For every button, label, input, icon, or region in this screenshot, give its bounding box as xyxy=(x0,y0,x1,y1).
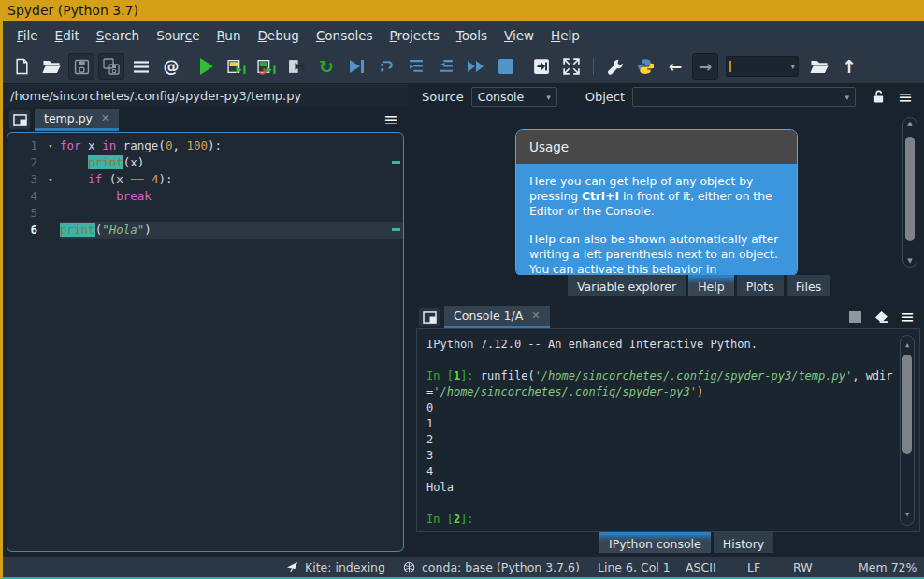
fullscreen-button[interactable] xyxy=(558,53,585,80)
line-number: 4 xyxy=(7,188,41,205)
scrollbar-thumb[interactable] xyxy=(905,137,915,241)
code-text: if (x == 4): xyxy=(60,171,403,188)
menu-item-run[interactable]: Run xyxy=(217,28,241,43)
help-pane-tabs: Variable explorerHelpPlotsFiles xyxy=(412,275,924,300)
usage-title: Usage xyxy=(516,130,797,164)
spyder-window: Spyder (Python 3.7) FileEditSearchSource… xyxy=(0,0,924,579)
scroll-down-icon[interactable]: ▼ xyxy=(905,507,909,523)
code-editor[interactable]: 1▾for x in range(0, 100):2 print(x)3▾ if… xyxy=(7,132,404,552)
fold-arrow-icon[interactable]: ▾ xyxy=(41,171,60,188)
menu-item-search[interactable]: Search xyxy=(96,28,139,43)
occurrence-marker xyxy=(392,228,400,231)
help-pane: Source Console ▾ Object ▾ ≡ Usage xyxy=(412,84,924,300)
scroll-up-icon[interactable]: ▲ xyxy=(907,120,912,127)
fold-arrow-icon[interactable]: ▾ xyxy=(41,138,60,154)
menu-item-file[interactable]: File xyxy=(17,28,38,43)
status-bar: Kite: indexingconda: base (Python 3.7.6)… xyxy=(3,556,924,577)
save-all-button[interactable] xyxy=(98,53,124,80)
tab-console-1a[interactable]: Console 1/A ✕ xyxy=(444,306,550,328)
run-cell-button[interactable] xyxy=(224,53,250,80)
tab-ipython-console[interactable]: IPython console xyxy=(599,532,711,553)
open-file-button[interactable] xyxy=(38,53,65,80)
rerun-cell-button[interactable]: ↻ xyxy=(313,53,339,80)
code-line: 1▾for x in range(0, 100): xyxy=(7,138,403,154)
clear-console-icon[interactable] xyxy=(873,311,888,323)
line-number: 3 xyxy=(7,171,41,188)
console-scrollbar[interactable]: ▲ ▼ xyxy=(900,335,915,526)
console-line: 2 xyxy=(426,432,895,448)
menu-item-projects[interactable]: Projects xyxy=(390,28,440,43)
text-cursor xyxy=(729,61,731,72)
editor-menu-icon[interactable]: ≡ xyxy=(383,110,398,128)
debug-file-button[interactable] xyxy=(343,53,369,80)
menu-item-source[interactable]: Source xyxy=(156,28,199,43)
ipython-console[interactable]: IPython 7.12.0 -- An enhanced Interactiv… xyxy=(416,328,920,532)
python-path-button[interactable] xyxy=(632,53,658,80)
code-lines: 1▾for x in range(0, 100):2 print(x)3▾ if… xyxy=(7,138,403,239)
console-tab-bar: Console 1/A ✕ ≡ xyxy=(412,304,924,328)
save-button[interactable] xyxy=(68,53,94,80)
run-selection-button[interactable] xyxy=(283,53,310,80)
maximize-pane-button[interactable] xyxy=(528,53,555,80)
symbol-finder-button[interactable]: @ xyxy=(158,53,184,80)
forward-arrow-icon: → xyxy=(699,59,712,75)
forward-button[interactable]: → xyxy=(692,53,718,80)
help-menu-icon[interactable]: ≡ xyxy=(898,88,913,106)
menu-item-edit[interactable]: Edit xyxy=(55,28,79,43)
status-conda-base-python-3-7-6: conda: base (Python 3.7.6) xyxy=(403,557,580,577)
tab-history[interactable]: History xyxy=(714,532,773,553)
console-menu-icon[interactable]: ≡ xyxy=(900,308,915,326)
file-path-bar: /home/sincorchetes/.config/spyder-py3/te… xyxy=(3,84,408,107)
step-return-button[interactable] xyxy=(433,53,459,80)
stop-button[interactable] xyxy=(493,53,519,80)
console-line: In [1]: runfile('/home/sincorchetes/.con… xyxy=(426,369,895,400)
menu-item-tools[interactable]: Tools xyxy=(456,28,487,43)
menu-item-help[interactable]: Help xyxy=(551,28,580,43)
code-text xyxy=(60,205,403,222)
working-directory-combobox[interactable]: ▾ xyxy=(726,56,799,77)
tab-files[interactable]: Files xyxy=(787,275,830,296)
tab-variable-explorer[interactable]: Variable explorer xyxy=(568,275,686,296)
code-text: print("Hola") xyxy=(60,222,403,239)
file-switcher-button[interactable] xyxy=(128,53,154,80)
status-kite-indexing: Kite: indexing xyxy=(286,557,385,577)
console-line: 0 xyxy=(426,400,895,416)
browse-tabs-button[interactable] xyxy=(418,307,440,327)
new-file-button[interactable] xyxy=(8,53,35,80)
scrollbar-thumb[interactable] xyxy=(902,355,912,454)
fold-spacer xyxy=(41,188,60,205)
browse-directory-button[interactable] xyxy=(806,53,832,80)
continue-button[interactable] xyxy=(463,53,489,80)
preferences-button[interactable] xyxy=(602,53,628,80)
usage-paragraph: Here you can get help of any object by p… xyxy=(529,174,784,219)
scroll-up-icon[interactable]: ▲ xyxy=(905,338,909,354)
up-arrow-icon: ↑ xyxy=(842,58,857,76)
window-title: Spyder (Python 3.7) xyxy=(7,3,138,18)
source-combobox[interactable]: Console ▾ xyxy=(471,87,557,107)
menu-item-view[interactable]: View xyxy=(504,28,534,43)
scroll-down-icon[interactable]: ▼ xyxy=(907,257,912,265)
step-into-button[interactable] xyxy=(403,53,429,80)
lock-icon[interactable] xyxy=(873,90,885,104)
run-cell-advance-button[interactable] xyxy=(253,53,280,80)
help-scrollbar[interactable]: ▲ ▼ xyxy=(902,117,917,268)
stop-icon xyxy=(498,59,513,74)
tab-temp-py[interactable]: temp.py ✕ xyxy=(35,109,119,131)
run-file-button[interactable] xyxy=(194,53,220,80)
object-combobox[interactable]: ▾ xyxy=(632,87,856,107)
step-button[interactable] xyxy=(373,53,399,80)
line-number: 1 xyxy=(7,138,41,154)
console-output: IPython 7.12.0 -- An enhanced Interactiv… xyxy=(426,337,895,528)
menu-item-debug[interactable]: Debug xyxy=(257,28,298,43)
tab-help[interactable]: Help xyxy=(688,275,734,296)
interrupt-kernel-icon[interactable] xyxy=(849,311,861,323)
status-rw: RW xyxy=(793,557,813,577)
back-button[interactable]: ← xyxy=(662,53,688,80)
menu-item-consoles[interactable]: Consoles xyxy=(316,28,373,43)
editor-pane: /home/sincorchetes/.config/spyder-py3/te… xyxy=(3,84,408,556)
close-icon[interactable]: ✕ xyxy=(101,112,109,124)
tab-plots[interactable]: Plots xyxy=(737,275,784,296)
browse-tabs-button[interactable] xyxy=(8,109,31,130)
close-icon[interactable]: ✕ xyxy=(531,310,540,322)
parent-directory-button[interactable]: ↑ xyxy=(836,53,862,80)
